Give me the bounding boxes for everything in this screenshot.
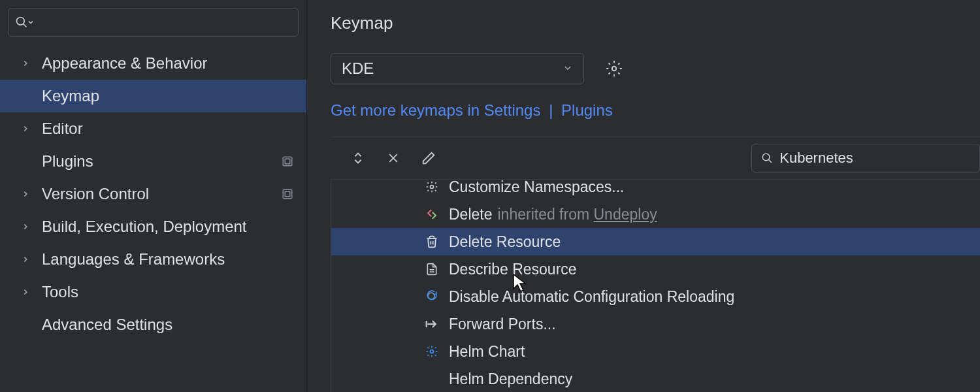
- trash-icon: [423, 235, 441, 248]
- action-label: Describe Resource: [449, 261, 577, 278]
- plugins-link[interactable]: Plugins: [561, 101, 613, 119]
- helm-gear-icon: [423, 345, 441, 358]
- expand-collapse-button[interactable]: [344, 144, 372, 172]
- action-forward-ports[interactable]: Forward Ports...: [331, 310, 980, 338]
- keymap-scheme-value: KDE: [342, 59, 374, 78]
- keymap-action-list[interactable]: Customize Namespaces... Delete inherited…: [331, 179, 980, 392]
- sidebar-item-label: Version Control: [42, 185, 149, 203]
- chevron-right-icon: [18, 255, 33, 264]
- action-delete-resource[interactable]: Delete Resource: [331, 228, 980, 255]
- settings-sidebar: Appearance & Behavior Keymap Editor Plug…: [0, 0, 307, 392]
- chevron-right-icon: [18, 59, 33, 68]
- expand-collapse-icon: [351, 151, 365, 165]
- chevron-right-icon: [18, 222, 33, 231]
- action-label: Helm Dependency: [449, 370, 572, 388]
- edit-button[interactable]: [414, 144, 443, 172]
- action-customize-namespaces[interactable]: Customize Namespaces...: [331, 179, 980, 201]
- action-suffix: inherited from Undeploy: [497, 206, 657, 223]
- svg-rect-4: [283, 189, 292, 199]
- reload-icon: [423, 290, 441, 303]
- keymap-scheme-select[interactable]: KDE: [331, 53, 584, 84]
- sidebar-item-label: Appearance & Behavior: [42, 54, 208, 73]
- action-helm-dependency[interactable]: Helm Dependency: [331, 365, 980, 392]
- action-label: Helm Chart: [449, 343, 525, 361]
- action-label: Disable Automatic Configuration Reloadin…: [449, 288, 734, 306]
- collapse-icon: [387, 152, 400, 165]
- keymap-settings-button[interactable]: [604, 58, 625, 79]
- sidebar-item-version-control[interactable]: Version Control: [0, 178, 306, 210]
- sidebar-item-editor[interactable]: Editor: [0, 112, 306, 145]
- sidebar-item-appearance[interactable]: Appearance & Behavior: [0, 47, 306, 80]
- sidebar-item-label: Advanced Settings: [42, 316, 172, 334]
- chevron-right-icon: [18, 189, 33, 199]
- action-disable-auto-reload[interactable]: Disable Automatic Configuration Reloadin…: [331, 283, 980, 310]
- sidebar-item-label: Tools: [42, 283, 78, 301]
- project-badge-icon: [282, 188, 293, 200]
- sidebar-item-label: Editor: [42, 120, 83, 138]
- chevron-right-icon: [18, 287, 33, 297]
- sidebar-search-input[interactable]: [39, 15, 291, 30]
- svg-line-1: [24, 24, 27, 27]
- svg-point-0: [17, 18, 25, 25]
- sidebar-item-tools[interactable]: Tools: [0, 276, 306, 308]
- svg-point-6: [612, 67, 617, 71]
- sidebar-item-plugins[interactable]: Plugins: [0, 145, 306, 178]
- action-label: Delete Resource: [449, 233, 561, 251]
- gear-icon: [423, 180, 441, 193]
- sidebar-item-languages[interactable]: Languages & Frameworks: [0, 243, 306, 276]
- svg-point-17: [431, 350, 434, 353]
- page-title: Keymap: [331, 0, 980, 53]
- svg-line-10: [768, 159, 772, 163]
- action-delete[interactable]: Delete inherited from Undeploy: [331, 201, 980, 228]
- search-icon: [15, 16, 28, 29]
- project-badge-icon: [282, 155, 293, 167]
- sidebar-item-label: Keymap: [42, 87, 99, 105]
- collapse-all-button[interactable]: [379, 144, 408, 172]
- svg-rect-3: [285, 159, 290, 164]
- settings-main: Keymap KDE Get more keymaps in Settings …: [307, 0, 980, 392]
- action-label: Forward Ports...: [449, 316, 556, 333]
- svg-point-9: [762, 154, 770, 161]
- svg-rect-5: [285, 191, 290, 197]
- keymap-filter[interactable]: [751, 144, 980, 172]
- sidebar-item-label: Languages & Frameworks: [42, 250, 225, 269]
- action-describe-resource[interactable]: Describe Resource: [331, 255, 980, 283]
- svg-rect-2: [283, 157, 292, 166]
- sidebar-item-advanced[interactable]: Advanced Settings: [0, 308, 306, 341]
- search-icon: [761, 152, 773, 165]
- svg-point-11: [431, 186, 434, 189]
- action-label: Delete: [449, 206, 492, 223]
- action-helm-chart[interactable]: Helm Chart: [331, 338, 980, 365]
- link-separator: |: [549, 101, 553, 119]
- sidebar-item-keymap[interactable]: Keymap: [0, 80, 306, 112]
- action-label: Customize Namespaces...: [449, 179, 624, 196]
- keymap-scheme-row: KDE: [331, 53, 980, 84]
- chevron-down-icon: [563, 60, 573, 77]
- sidebar-item-label: Build, Execution, Deployment: [42, 218, 247, 236]
- sidebar-search[interactable]: [8, 8, 299, 37]
- document-icon: [423, 263, 441, 276]
- gear-icon: [606, 60, 623, 77]
- keymap-toolbar: [331, 137, 980, 179]
- sidebar-item-label: Plugins: [42, 152, 93, 171]
- settings-tree: Appearance & Behavior Keymap Editor Plug…: [0, 42, 306, 341]
- forward-icon: [423, 318, 441, 331]
- chevron-down-icon: [27, 18, 35, 26]
- get-more-keymaps-link-row: Get more keymaps in Settings | Plugins: [331, 101, 980, 120]
- chevron-right-icon: [18, 124, 33, 133]
- pencil-icon: [421, 151, 436, 165]
- sidebar-item-build[interactable]: Build, Execution, Deployment: [0, 210, 306, 243]
- undeploy-icon: [423, 208, 441, 221]
- keymap-filter-input[interactable]: [779, 150, 970, 167]
- get-more-keymaps-link[interactable]: Get more keymaps in Settings: [331, 101, 540, 119]
